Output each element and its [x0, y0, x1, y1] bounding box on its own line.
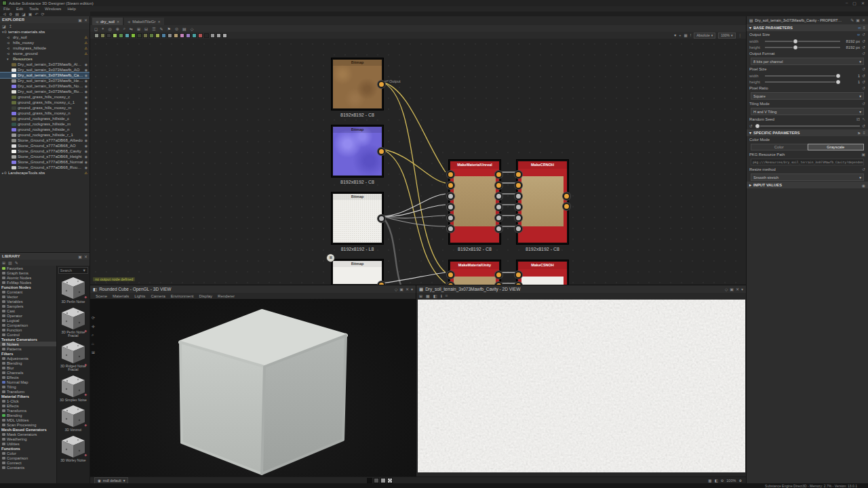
zoom-in-icon[interactable]: ⊕ — [738, 479, 742, 483]
menu-item[interactable]: Windows — [45, 7, 61, 11]
library-item[interactable]: FxMap Nodes — [0, 280, 56, 285]
dock-icon[interactable]: ▣ — [399, 287, 403, 291]
tree-row[interactable]: ground_rockgrass_hillside_m ◉ — [0, 121, 90, 127]
library-item[interactable]: Function Nodes — [0, 285, 56, 289]
library-item[interactable]: Logical — [0, 318, 56, 323]
tree-row[interactable]: Stone_Ground_s777aDB68_Cavity ◉ — [0, 148, 90, 154]
library-item[interactable]: Function — [0, 327, 56, 332]
toolbar-icon[interactable]: ◎ — [108, 26, 111, 31]
chevron-down-icon[interactable]: ▾ — [411, 287, 413, 291]
material-definition-dropdown[interactable]: ◉ mdl default ▾ — [94, 477, 128, 484]
view3d-menu-item[interactable]: Camera — [151, 294, 165, 298]
toolbar-icon[interactable]: ▣ — [28, 12, 33, 16]
close-icon[interactable]: ✕ — [862, 18, 865, 22]
add-icon[interactable]: + — [679, 33, 681, 37]
reset-icon[interactable]: ↺ — [862, 33, 865, 37]
library-item[interactable]: Mask Generators — [0, 432, 56, 436]
tree-row[interactable]: ground_grass_hills_mossy_c ◉ — [0, 94, 90, 100]
tree-row[interactable]: Dry_soil_terrain_3x073Mawfb_Roughness ◉ — [0, 89, 90, 94]
pixel-width-value[interactable]: 1 — [842, 74, 860, 78]
filter-icon[interactable]: ▼ — [83, 268, 86, 272]
atomic-node-button[interactable] — [161, 33, 166, 38]
input-port[interactable] — [515, 171, 522, 178]
output-port[interactable] — [378, 148, 385, 155]
favorite-icon[interactable]: ♥ — [674, 33, 676, 37]
input-port[interactable] — [515, 192, 522, 200]
color-mode-color-button[interactable]: Color — [751, 144, 808, 150]
dice-icon[interactable]: ⚂ — [856, 117, 860, 121]
toolbar-icon[interactable]: ⟳ — [41, 12, 44, 16]
output-port[interactable] — [495, 271, 502, 279]
atomic-node-button[interactable] — [155, 33, 160, 38]
tree-row[interactable]: Dry_soil_terrain_3x073Mawfb_AO ◉ — [0, 67, 90, 73]
height-slider[interactable] — [765, 47, 840, 48]
atomic-node-button[interactable] — [186, 33, 191, 38]
zoom-level[interactable]: 100% — [726, 479, 736, 483]
more-icon[interactable]: ⋮ — [738, 33, 743, 37]
output-port[interactable] — [495, 182, 502, 189]
input-port[interactable] — [515, 214, 522, 222]
library-item[interactable]: Samplers — [0, 304, 56, 308]
library-item[interactable]: Weathering — [0, 436, 56, 441]
link-icon[interactable]: ∞ — [857, 33, 860, 37]
output-port[interactable] — [495, 171, 502, 178]
library-item[interactable]: Effects — [0, 403, 56, 408]
input-port[interactable] — [447, 182, 454, 189]
tree-row[interactable]: ground_rockgrass_hillside_n ◉ — [0, 127, 90, 132]
size-mode-dropdown[interactable]: Absolute▾ — [694, 33, 715, 39]
toolbar-icon[interactable]: ⌕ — [92, 333, 95, 338]
library-item[interactable]: Transform — [0, 389, 56, 394]
atomic-node-button[interactable] — [198, 33, 203, 38]
reset-icon[interactable]: ↺ — [862, 167, 865, 171]
pkg-path-value[interactable]: pkg:///Resources/Dry_soil_terrain_3x073M… — [751, 159, 864, 165]
height-value[interactable]: 8192 px — [842, 45, 860, 49]
library-thumbnail[interactable]: ◈ 3D Perlin Noise Fractal — [58, 306, 88, 338]
tree-row[interactable]: Dry_soil_terrain_3x073Mawfb_Albedo ◉ — [0, 62, 90, 67]
library-item[interactable]: Adjustments — [0, 356, 56, 361]
close-icon[interactable]: ✕ — [84, 254, 87, 259]
toolbar-icon[interactable]: ⊟ — [144, 26, 148, 31]
library-item[interactable]: Blur — [0, 365, 56, 370]
library-thumbnail[interactable]: ◈ 3D Ridged Noise Fractal — [58, 340, 88, 372]
input-port[interactable] — [515, 271, 522, 279]
make-csnoh-node[interactable]: MakeCSNOH — [517, 260, 568, 285]
toolbar-icon[interactable]: ⇆ — [130, 26, 133, 31]
library-item[interactable]: Filters — [0, 351, 56, 356]
toolbar-icon[interactable]: ⊞ — [137, 26, 140, 31]
menu-item[interactable]: Edit — [16, 7, 23, 11]
input-port[interactable] — [447, 203, 454, 211]
edit-icon[interactable]: ✎ — [15, 260, 18, 265]
toolbar-icon[interactable]: ℹ — [440, 293, 441, 298]
close-button[interactable]: ✕ — [861, 1, 865, 5]
close-icon[interactable]: ✕ — [84, 18, 87, 22]
library-item[interactable]: Normal Map — [0, 380, 56, 384]
target-icon[interactable]: ◉ — [862, 183, 865, 188]
atomic-node-button[interactable] — [222, 33, 227, 38]
pixel-height-value[interactable]: 1 — [842, 80, 860, 84]
reset-icon[interactable]: ↺ — [862, 80, 865, 84]
view3d-menu-item[interactable]: Display — [199, 294, 212, 298]
toolbar-icon[interactable]: ▤ — [182, 26, 186, 31]
tree-row[interactable]: Stone_Ground_s777aDB68_Albedo ◉ — [0, 138, 90, 143]
edit-icon[interactable]: ✎ — [850, 18, 854, 22]
pixel-ratio-dropdown[interactable]: Square▾ — [751, 92, 864, 100]
base-parameters-section[interactable]: ▾ BASE PARAMETERS ∞≡ — [747, 24, 868, 31]
bitmap-node-cavity[interactable]: Bitmap 8192x8192 - L8 — [332, 192, 383, 244]
width-slider[interactable] — [765, 41, 840, 42]
reset-icon[interactable]: ↺ — [862, 124, 865, 128]
toolbar-icon[interactable]: ⊙ — [175, 26, 178, 31]
bitmap-node-partial[interactable]: Bitmap — [332, 260, 383, 285]
toolbar-icon[interactable]: ⚙ — [9, 12, 12, 16]
view3d-menu-item[interactable]: Lights — [134, 294, 145, 298]
atomic-node-button[interactable] — [167, 33, 172, 38]
library-item[interactable]: Utilities — [0, 441, 56, 446]
atomic-node-button[interactable] — [131, 33, 136, 38]
library-item[interactable]: Blending — [0, 361, 56, 365]
toolbar-icon[interactable]: ⊲ — [3, 12, 6, 16]
pixel-width-slider[interactable] — [765, 75, 840, 77]
toolbar-icon[interactable]: ◻ — [94, 26, 98, 31]
library-item[interactable]: Functions — [0, 446, 56, 451]
tree-row[interactable]: Stone_Ground_s777aDB68_Roughness ◉ — [0, 165, 90, 170]
tree-row[interactable]: ⊲ hills_mossy ⚠ — [0, 40, 90, 45]
atomic-node-button[interactable] — [143, 33, 148, 38]
